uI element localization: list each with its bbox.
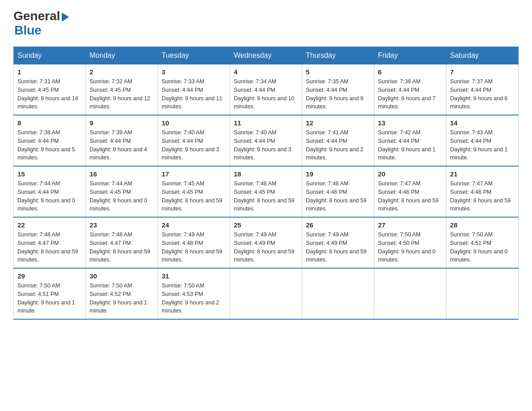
day-info: Sunrise: 7:50 AMSunset: 4:51 PMDaylight:… <box>17 282 82 315</box>
calendar-week-row: 1Sunrise: 7:31 AMSunset: 4:45 PMDaylight… <box>14 64 519 116</box>
day-number: 9 <box>90 119 154 127</box>
day-info: Sunrise: 7:40 AMSunset: 4:44 PMDaylight:… <box>234 128 298 162</box>
calendar-cell: 16Sunrise: 7:44 AMSunset: 4:45 PMDayligh… <box>86 166 158 217</box>
calendar-cell: 18Sunrise: 7:46 AMSunset: 4:45 PMDayligh… <box>230 166 302 217</box>
day-number: 14 <box>450 119 515 127</box>
header-friday: Friday <box>374 47 446 64</box>
day-number: 8 <box>17 119 82 127</box>
calendar-cell <box>374 268 446 319</box>
day-info: Sunrise: 7:40 AMSunset: 4:44 PMDaylight:… <box>162 128 226 162</box>
calendar-cell <box>446 268 519 319</box>
day-number: 4 <box>234 68 298 76</box>
day-number: 15 <box>17 170 82 178</box>
calendar-cell: 14Sunrise: 7:43 AMSunset: 4:44 PMDayligh… <box>446 115 519 166</box>
day-number: 26 <box>306 221 370 229</box>
day-info: Sunrise: 7:45 AMSunset: 4:45 PMDaylight:… <box>162 180 226 213</box>
header-sunday: Sunday <box>14 47 86 64</box>
day-info: Sunrise: 7:46 AMSunset: 4:46 PMDaylight:… <box>306 180 370 213</box>
day-number: 18 <box>234 170 298 178</box>
day-number: 30 <box>90 272 154 280</box>
calendar-cell: 24Sunrise: 7:49 AMSunset: 4:48 PMDayligh… <box>158 217 230 268</box>
day-info: Sunrise: 7:35 AMSunset: 4:44 PMDaylight:… <box>306 77 370 111</box>
header-monday: Monday <box>86 47 158 64</box>
calendar-cell: 25Sunrise: 7:49 AMSunset: 4:49 PMDayligh… <box>230 217 302 268</box>
day-info: Sunrise: 7:33 AMSunset: 4:44 PMDaylight:… <box>162 77 226 111</box>
day-info: Sunrise: 7:49 AMSunset: 4:49 PMDaylight:… <box>306 231 370 264</box>
calendar-cell <box>230 268 302 319</box>
calendar-cell: 22Sunrise: 7:48 AMSunset: 4:47 PMDayligh… <box>14 217 86 268</box>
calendar-cell: 15Sunrise: 7:44 AMSunset: 4:44 PMDayligh… <box>14 166 86 217</box>
logo: General Blue <box>13 9 69 38</box>
calendar-cell: 12Sunrise: 7:41 AMSunset: 4:44 PMDayligh… <box>302 115 374 166</box>
day-info: Sunrise: 7:38 AMSunset: 4:44 PMDaylight:… <box>17 128 82 162</box>
day-number: 3 <box>162 68 226 76</box>
calendar-cell: 23Sunrise: 7:48 AMSunset: 4:47 PMDayligh… <box>86 217 158 268</box>
logo-general-text: General <box>13 9 60 23</box>
day-info: Sunrise: 7:50 AMSunset: 4:52 PMDaylight:… <box>90 282 154 315</box>
calendar-cell: 7Sunrise: 7:37 AMSunset: 4:44 PMDaylight… <box>446 64 519 116</box>
day-info: Sunrise: 7:44 AMSunset: 4:44 PMDaylight:… <box>17 180 82 213</box>
calendar-cell: 29Sunrise: 7:50 AMSunset: 4:51 PMDayligh… <box>14 268 86 319</box>
calendar-week-row: 29Sunrise: 7:50 AMSunset: 4:51 PMDayligh… <box>14 268 519 319</box>
day-number: 17 <box>162 170 226 178</box>
day-number: 5 <box>306 68 370 76</box>
day-number: 24 <box>162 221 226 229</box>
calendar-cell: 17Sunrise: 7:45 AMSunset: 4:45 PMDayligh… <box>158 166 230 217</box>
calendar-cell: 21Sunrise: 7:47 AMSunset: 4:46 PMDayligh… <box>446 166 519 217</box>
day-number: 27 <box>378 221 442 229</box>
day-number: 25 <box>234 221 298 229</box>
day-info: Sunrise: 7:39 AMSunset: 4:44 PMDaylight:… <box>90 128 154 162</box>
day-info: Sunrise: 7:49 AMSunset: 4:48 PMDaylight:… <box>162 231 226 264</box>
calendar-cell: 19Sunrise: 7:46 AMSunset: 4:46 PMDayligh… <box>302 166 374 217</box>
logo-arrow-icon <box>62 13 69 21</box>
calendar-cell: 26Sunrise: 7:49 AMSunset: 4:49 PMDayligh… <box>302 217 374 268</box>
day-info: Sunrise: 7:32 AMSunset: 4:45 PMDaylight:… <box>90 77 154 111</box>
day-info: Sunrise: 7:41 AMSunset: 4:44 PMDaylight:… <box>306 128 370 162</box>
day-info: Sunrise: 7:48 AMSunset: 4:47 PMDaylight:… <box>90 231 154 264</box>
day-info: Sunrise: 7:42 AMSunset: 4:44 PMDaylight:… <box>378 128 442 162</box>
logo-blue-text: Blue <box>13 23 42 37</box>
day-info: Sunrise: 7:49 AMSunset: 4:49 PMDaylight:… <box>234 231 298 264</box>
calendar-cell: 9Sunrise: 7:39 AMSunset: 4:44 PMDaylight… <box>86 115 158 166</box>
calendar-cell: 3Sunrise: 7:33 AMSunset: 4:44 PMDaylight… <box>158 64 230 116</box>
calendar-cell: 31Sunrise: 7:50 AMSunset: 4:53 PMDayligh… <box>158 268 230 319</box>
day-number: 21 <box>450 170 515 178</box>
calendar-table: SundayMondayTuesdayWednesdayThursdayFrid… <box>13 47 519 320</box>
calendar-cell: 28Sunrise: 7:50 AMSunset: 4:51 PMDayligh… <box>446 217 519 268</box>
day-number: 12 <box>306 119 370 127</box>
calendar-cell: 20Sunrise: 7:47 AMSunset: 4:46 PMDayligh… <box>374 166 446 217</box>
day-info: Sunrise: 7:44 AMSunset: 4:45 PMDaylight:… <box>90 180 154 213</box>
calendar-cell: 27Sunrise: 7:50 AMSunset: 4:50 PMDayligh… <box>374 217 446 268</box>
day-number: 13 <box>378 119 442 127</box>
day-number: 31 <box>162 272 226 280</box>
day-number: 29 <box>17 272 82 280</box>
day-info: Sunrise: 7:37 AMSunset: 4:44 PMDaylight:… <box>450 77 515 111</box>
calendar-week-row: 8Sunrise: 7:38 AMSunset: 4:44 PMDaylight… <box>14 115 519 166</box>
day-info: Sunrise: 7:36 AMSunset: 4:44 PMDaylight:… <box>378 77 442 111</box>
day-info: Sunrise: 7:31 AMSunset: 4:45 PMDaylight:… <box>17 77 82 111</box>
calendar-cell: 1Sunrise: 7:31 AMSunset: 4:45 PMDaylight… <box>14 64 86 116</box>
day-number: 11 <box>234 119 298 127</box>
header-wednesday: Wednesday <box>230 47 302 64</box>
calendar-week-row: 15Sunrise: 7:44 AMSunset: 4:44 PMDayligh… <box>14 166 519 217</box>
day-info: Sunrise: 7:47 AMSunset: 4:46 PMDaylight:… <box>450 180 515 213</box>
day-number: 16 <box>90 170 154 178</box>
day-info: Sunrise: 7:50 AMSunset: 4:51 PMDaylight:… <box>450 231 515 264</box>
day-info: Sunrise: 7:50 AMSunset: 4:53 PMDaylight:… <box>162 282 226 315</box>
day-number: 23 <box>90 221 154 229</box>
page-header: General Blue <box>13 9 519 38</box>
day-number: 22 <box>17 221 82 229</box>
calendar-cell: 4Sunrise: 7:34 AMSunset: 4:44 PMDaylight… <box>230 64 302 116</box>
header-saturday: Saturday <box>446 47 519 64</box>
calendar-cell <box>302 268 374 319</box>
calendar-cell: 6Sunrise: 7:36 AMSunset: 4:44 PMDaylight… <box>374 64 446 116</box>
day-info: Sunrise: 7:34 AMSunset: 4:44 PMDaylight:… <box>234 77 298 111</box>
calendar-cell: 13Sunrise: 7:42 AMSunset: 4:44 PMDayligh… <box>374 115 446 166</box>
day-number: 10 <box>162 119 226 127</box>
calendar-cell: 5Sunrise: 7:35 AMSunset: 4:44 PMDaylight… <box>302 64 374 116</box>
day-number: 7 <box>450 68 515 76</box>
day-number: 2 <box>90 68 154 76</box>
calendar-cell: 11Sunrise: 7:40 AMSunset: 4:44 PMDayligh… <box>230 115 302 166</box>
day-info: Sunrise: 7:48 AMSunset: 4:47 PMDaylight:… <box>17 231 82 264</box>
day-info: Sunrise: 7:43 AMSunset: 4:44 PMDaylight:… <box>450 128 515 162</box>
